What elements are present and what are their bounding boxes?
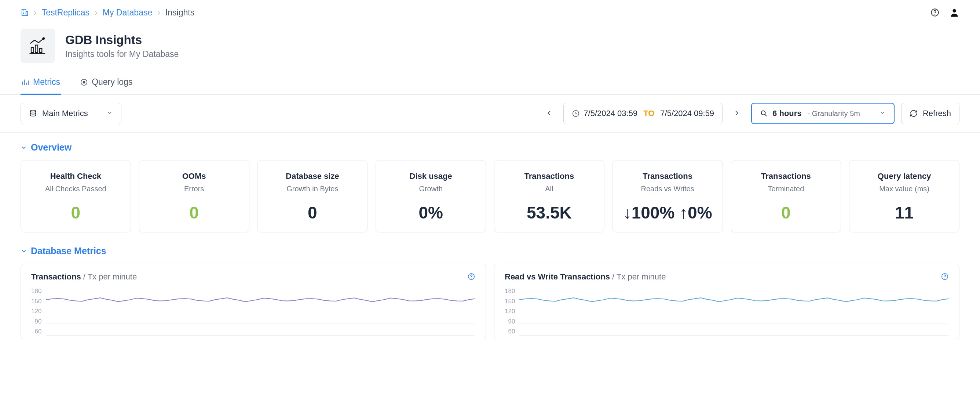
breadcrumb-sep: › <box>158 8 160 18</box>
card-title: Transactions <box>735 171 837 181</box>
svg-point-11 <box>43 38 45 40</box>
organization-icon <box>21 8 29 16</box>
card-title: Transactions <box>617 171 719 181</box>
insights-icon <box>21 29 55 63</box>
date-to-label: TO <box>643 109 654 118</box>
chart-help-icon[interactable] <box>467 273 475 282</box>
range-granularity: - Granularity 5m <box>808 109 860 118</box>
card-subtitle: All Checks Passed <box>25 185 127 193</box>
overview-card: Query latencyMax value (ms)11 <box>849 160 959 232</box>
svg-point-21 <box>761 111 765 115</box>
card-title: Health Check <box>25 171 127 181</box>
chart1-title: Transactions <box>31 272 81 281</box>
help-icon[interactable] <box>930 8 940 17</box>
svg-rect-0 <box>22 10 26 16</box>
breadcrumb-testreplicas[interactable]: TestReplicas <box>42 8 89 18</box>
chart2-title: Read vs Write Transactions <box>505 272 610 281</box>
card-title: Query latency <box>853 171 955 181</box>
chart-plot-area <box>519 288 949 335</box>
overview-card: Health CheckAll Checks Passed0 <box>21 160 131 232</box>
svg-point-24 <box>471 278 472 278</box>
svg-point-18 <box>83 81 85 83</box>
refresh-label: Refresh <box>923 109 951 118</box>
card-title: Transactions <box>498 171 600 181</box>
breadcrumb-mydatabase[interactable]: My Database <box>103 8 153 18</box>
chevron-down-icon <box>21 144 27 151</box>
svg-point-7 <box>953 9 956 13</box>
date-from: 7/5/2024 03:59 <box>584 109 638 118</box>
breadcrumb: › TestReplicas › My Database › Insights <box>21 8 194 18</box>
card-subtitle: Terminated <box>735 185 837 193</box>
card-value: 0 <box>25 203 127 222</box>
tab-metrics[interactable]: Metrics <box>21 73 61 95</box>
card-subtitle: All <box>498 185 600 193</box>
card-value: 0 <box>261 203 364 222</box>
chevron-down-icon <box>21 248 27 254</box>
svg-rect-9 <box>35 45 38 53</box>
chevron-down-icon <box>879 109 886 118</box>
card-value: 11 <box>853 203 955 222</box>
svg-point-19 <box>30 110 36 112</box>
breadcrumb-sep: › <box>34 8 37 18</box>
magnify-icon <box>760 109 768 118</box>
chart1-unit: / Tx per minute <box>83 272 137 281</box>
card-value: 0 <box>143 203 245 222</box>
refresh-icon <box>910 109 918 118</box>
tab-querylogs[interactable]: Query logs <box>79 73 133 95</box>
card-title: Database size <box>261 171 364 181</box>
page-subtitle: Insights tools for My Database <box>65 49 179 59</box>
card-subtitle: Errors <box>143 185 245 193</box>
svg-point-26 <box>944 278 945 278</box>
card-title: Disk usage <box>380 171 482 181</box>
overview-card: Database sizeGrowth in Bytes0 <box>258 160 368 232</box>
tab-querylogs-label: Query logs <box>92 77 132 87</box>
card-value: 0 <box>735 203 837 222</box>
range-hours: 6 hours <box>772 109 801 118</box>
chart-help-icon[interactable] <box>941 273 949 282</box>
chart-read-vs-write: Read vs Write Transactions / Tx per minu… <box>494 264 959 339</box>
chart-y-axis: 1801501209060 <box>31 288 41 335</box>
card-subtitle: Growth in Bytes <box>261 185 364 193</box>
time-range-selector[interactable]: 6 hours - Granularity 5m <box>751 103 894 124</box>
overview-card: TransactionsReads vs Writes↓100% ↑0% <box>612 160 723 232</box>
breadcrumb-current: Insights <box>165 8 194 18</box>
date-range-picker[interactable]: 7/5/2024 03:59 TO 7/5/2024 09:59 <box>563 103 722 124</box>
section-dbmetrics-title: Database Metrics <box>31 246 107 256</box>
page-title: GDB Insights <box>65 33 179 47</box>
breadcrumb-sep: › <box>95 8 97 18</box>
date-prev-button[interactable] <box>541 107 557 120</box>
section-overview-toggle[interactable]: Overview <box>21 142 959 153</box>
overview-card: TransactionsAll53.5K <box>494 160 605 232</box>
overview-card: TransactionsTerminated0 <box>731 160 842 232</box>
svg-point-6 <box>934 14 935 15</box>
card-subtitle: Reads vs Writes <box>617 185 719 193</box>
card-value: 53.5K <box>498 203 600 222</box>
refresh-button[interactable]: Refresh <box>901 103 959 124</box>
tab-metrics-label: Metrics <box>33 77 60 87</box>
metric-selector-label: Main Metrics <box>42 109 88 118</box>
date-to: 7/5/2024 09:59 <box>660 109 714 118</box>
overview-card: Disk usageGrowth0% <box>375 160 486 232</box>
database-icon <box>29 109 37 118</box>
chart-plot-area <box>46 288 475 335</box>
clock-icon <box>572 109 580 118</box>
chart2-unit: / Tx per minute <box>612 272 666 281</box>
section-dbmetrics-toggle[interactable]: Database Metrics <box>21 246 959 256</box>
card-subtitle: Max value (ms) <box>853 185 955 193</box>
section-overview-title: Overview <box>31 142 72 153</box>
overview-card: OOMsErrors0 <box>139 160 250 232</box>
card-value: ↓100% ↑0% <box>617 203 719 222</box>
chart-y-axis: 1801501209060 <box>505 288 515 335</box>
date-next-button[interactable] <box>729 107 745 120</box>
card-subtitle: Growth <box>380 185 482 193</box>
user-icon[interactable] <box>949 7 959 18</box>
svg-rect-4 <box>26 11 28 15</box>
svg-rect-10 <box>40 48 42 53</box>
chart-transactions: Transactions / Tx per minute 18015012090… <box>21 264 486 339</box>
svg-line-22 <box>765 114 767 116</box>
card-title: OOMs <box>143 171 245 181</box>
metric-selector[interactable]: Main Metrics <box>21 103 121 124</box>
svg-rect-8 <box>31 48 34 53</box>
card-value: 0% <box>380 203 482 222</box>
chevron-down-icon <box>107 109 113 118</box>
